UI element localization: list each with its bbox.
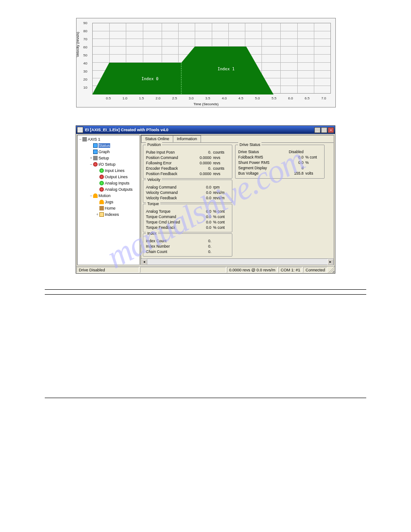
tree-icon xyxy=(99,212,104,217)
tree-item[interactable]: Output Lines xyxy=(78,174,138,180)
field-row: Position Feedback0.0000revs xyxy=(146,171,229,176)
content-panel: Status Online Information Position Pulse… xyxy=(141,135,334,265)
tab-information[interactable]: Information xyxy=(173,135,201,142)
field-value: 0.0 xyxy=(193,220,211,224)
series-label-1: Index 1 xyxy=(218,67,235,71)
field-row: Torque Cmd Limited0.0% cont xyxy=(146,219,229,225)
field-value: 0.0 xyxy=(278,160,304,166)
tree-icon xyxy=(93,162,98,167)
field-label: Torque Command xyxy=(146,215,193,219)
field-value: 0.0 xyxy=(278,155,304,160)
field-label: Index Count xyxy=(146,239,193,243)
field-label: Analog Torque xyxy=(146,209,193,214)
field-row: Chain Count0. xyxy=(146,249,229,254)
field-unit: % xyxy=(304,160,321,166)
tree-icon xyxy=(93,150,98,154)
field-row: Shunt Power RMS0.0% xyxy=(238,160,321,166)
field-row: Encoder Feedback0.counts xyxy=(146,166,229,171)
status-position: 0.0000 revs @ 0.0 revs/m xyxy=(227,267,278,273)
field-value: 0.0 xyxy=(193,196,211,200)
field-value: 0. xyxy=(193,249,211,254)
group-position: Position Pulse Input Posn0.countsPositio… xyxy=(143,145,232,179)
tree-item[interactable]: Input Lines xyxy=(78,167,138,174)
field-value: 0.0000 xyxy=(193,155,211,160)
field-row: Index Count0. xyxy=(146,238,229,244)
tree-item[interactable]: Analog Inputs xyxy=(78,180,138,186)
minimize-button[interactable]: _ xyxy=(314,127,321,133)
field-unit: revs xyxy=(211,161,229,165)
y-axis-label: Velocity (revs/s) xyxy=(76,32,80,57)
close-button[interactable]: × xyxy=(328,127,334,133)
resize-grip[interactable] xyxy=(328,267,334,273)
field-value: 0.0 xyxy=(193,215,211,219)
tree-item[interactable]: Graph xyxy=(78,149,138,155)
app-icon xyxy=(77,127,83,133)
tree-item[interactable]: Analog Outputs xyxy=(78,186,138,193)
tree-label: Analog Outputs xyxy=(105,187,133,192)
field-label: Segment Display xyxy=(238,166,278,171)
tree-label: Setup xyxy=(98,156,109,160)
tree-item[interactable]: −I/O Setup xyxy=(78,161,138,167)
field-label: Velocity Command xyxy=(146,190,193,195)
scroll-left-button[interactable]: ◄ xyxy=(141,259,147,265)
field-row: Foldback RMS0.0% cont xyxy=(238,155,321,160)
field-unit: counts xyxy=(211,166,229,171)
field-label: Torque Feedback xyxy=(146,225,193,230)
tab-status-online[interactable]: Status Online xyxy=(141,135,173,142)
tree-item[interactable]: −Motion xyxy=(78,193,138,199)
tree-item[interactable]: +Indexes xyxy=(78,211,138,218)
tree-label: Graph xyxy=(98,150,110,154)
field-unit: counts xyxy=(211,150,229,154)
group-velocity: Velocity Analog Command0.0rpmVelocity Co… xyxy=(143,180,232,203)
svg-marker-0 xyxy=(92,63,181,94)
tree-label: Indexes xyxy=(105,212,119,217)
tree-item[interactable]: Home xyxy=(78,205,138,211)
navigation-tree[interactable]: − AXIS 1 StatusGraph+Setup−I/O SetupInpu… xyxy=(77,135,140,265)
tree-icon xyxy=(99,181,104,185)
x-axis-label: Time (Seconds) xyxy=(193,102,218,106)
window-title: EI [AXIS_EI_1.Eix] Created with PTools v… xyxy=(85,128,314,132)
field-row: Segment Displayd xyxy=(238,166,321,171)
tree-label: Jogs xyxy=(105,200,113,204)
tree-label: I/O Setup xyxy=(98,162,116,167)
field-unit: revs xyxy=(211,172,229,176)
tree-label: Output Lines xyxy=(105,175,128,179)
status-com-port: COM 1: #1 xyxy=(278,267,303,273)
tree-item[interactable]: +Setup xyxy=(78,155,138,161)
tree-label: Input Lines xyxy=(105,168,124,173)
field-row: Analog Torque0.0% cont xyxy=(146,209,229,214)
field-unit: % cont xyxy=(211,209,229,214)
tree-icon xyxy=(99,168,104,173)
field-value: 0.0 xyxy=(193,190,211,195)
field-row: Torque Feedback0.0% cont xyxy=(146,225,229,230)
field-value: 0.0 xyxy=(193,185,211,189)
tree-item[interactable]: Status xyxy=(78,142,138,149)
tree-label: Status xyxy=(98,143,110,148)
maximize-button[interactable]: □ xyxy=(321,127,327,133)
field-value: 0.0 xyxy=(193,209,211,214)
field-row: Velocity Feedback0.0revs/m xyxy=(146,195,229,201)
tree-item[interactable]: Jogs xyxy=(78,199,138,205)
tree-icon xyxy=(99,175,104,179)
field-value: 0. xyxy=(193,239,211,243)
tree-root[interactable]: − AXIS 1 xyxy=(78,136,138,142)
field-value: 0.0000 xyxy=(193,161,211,165)
field-value: 0. xyxy=(193,166,211,171)
field-unit: revs xyxy=(211,155,229,160)
series-label-0: Index 0 xyxy=(141,77,158,81)
field-label: Encoder Feedback xyxy=(146,166,193,171)
app-window: EI [AXIS_EI_1.Eix] Created with PTools v… xyxy=(76,125,335,274)
tree-icon xyxy=(93,156,98,160)
field-label: Index Number xyxy=(146,244,193,249)
scroll-right-button[interactable]: ► xyxy=(327,259,334,265)
field-label: Shunt Power RMS xyxy=(238,160,278,166)
field-unit: revs/m xyxy=(211,196,229,200)
tree-label: Motion xyxy=(98,193,111,198)
horizontal-scrollbar[interactable]: ◄ ► xyxy=(141,258,334,265)
field-row: Pulse Input Posn0.counts xyxy=(146,150,229,155)
field-unit: revs/m xyxy=(211,190,229,195)
field-unit: % cont xyxy=(211,215,229,219)
field-label: Following Error xyxy=(146,161,193,165)
tree-label: Analog Inputs xyxy=(105,181,129,185)
status-connection: Connected xyxy=(303,267,327,273)
